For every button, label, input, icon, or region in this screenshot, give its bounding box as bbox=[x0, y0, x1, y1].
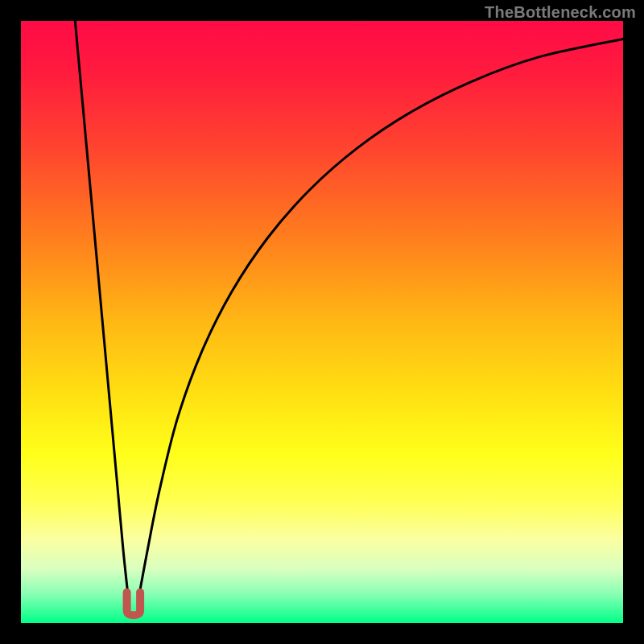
plot-area bbox=[21, 21, 623, 623]
chart-svg bbox=[21, 21, 623, 623]
gradient-background bbox=[21, 21, 623, 623]
chart-frame: TheBottleneck.com bbox=[0, 0, 644, 644]
watermark-text: TheBottleneck.com bbox=[485, 3, 636, 22]
